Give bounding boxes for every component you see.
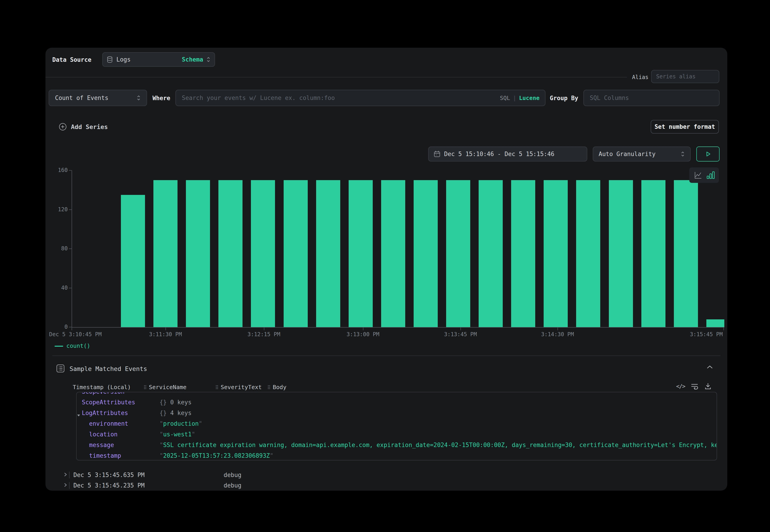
event-timestamp: Dec 5 3:15:45.235 PM [73,482,144,489]
attribute-row[interactable]: environment"production" [77,420,717,431]
time-range-value: Dec 5 15:10:46 - Dec 5 15:15:46 [444,151,554,157]
granularity-value: Auto Granularity [599,151,656,157]
calendar-icon [434,150,441,158]
x-axis-label: 3:14:30 PM [541,331,574,338]
attribute-key: LogAttributes [82,410,128,416]
event-severity: debug [224,482,241,489]
alias-inputbox [651,70,719,83]
expand-row-icon[interactable] [64,482,67,489]
chart-bar [479,180,503,327]
time-range-picker[interactable]: Dec 5 15:10:46 - Dec 5 15:15:46 [428,147,587,162]
chart-bar [381,180,405,327]
code-icon[interactable]: </> [676,383,685,390]
attribute-row[interactable]: timestamp"2025-12-05T13:57:23.082306893Z… [77,452,717,460]
chart-type-toggle [689,167,719,183]
data-source-label: Data Source [52,56,91,63]
attribute-row[interactable]: message"SSL certificate expiration warni… [77,442,717,452]
drag-handle-icon[interactable] [144,385,147,389]
group-by-input[interactable] [589,94,714,102]
attribute-value: "2025-12-05T13:57:23.082306893Z" [159,452,273,459]
attribute-value: "production" [159,420,202,427]
run-query-button[interactable] [696,147,720,162]
row-divider [69,482,70,489]
search-input[interactable] [181,94,500,102]
bar-chart-icon[interactable] [706,171,715,180]
column-header[interactable]: Body [267,384,286,390]
granularity-select[interactable]: Auto Granularity [593,147,691,162]
data-source-select[interactable]: Logs Schema [102,52,215,67]
section-divider [52,355,720,356]
attribute-key: message [89,442,114,448]
chart-bar [706,319,724,327]
attribute-value: "SSL certificate expiration warning, dom… [159,442,717,448]
y-axis-label: 120 [46,206,68,213]
add-series-button[interactable]: Add Series [59,123,108,131]
chart-bar [641,180,665,327]
event-severity: debug [224,472,241,478]
download-icon[interactable] [704,383,712,390]
y-axis-tick [69,288,72,288]
y-axis-label: 160 [46,167,68,173]
event-row[interactable]: Dec 5 3:15:45.635 PMdebug [64,470,718,480]
column-header-label: SeverityText [221,384,262,390]
collapse-icon[interactable] [706,364,714,370]
chart-bar [121,195,145,327]
attribute-key: location [89,431,117,438]
line-chart-icon[interactable] [693,171,703,180]
drag-handle-icon[interactable] [215,385,218,389]
chevron-updown-icon [206,56,210,63]
data-source-value: Logs [116,56,131,63]
x-axis-label: Dec 5 3:10:45 PM [49,331,102,338]
x-axis-tick [264,328,264,330]
event-timestamp: Dec 5 3:15:45.635 PM [73,472,144,478]
column-header[interactable]: Timestamp (Local) [73,384,131,390]
y-axis-label: 80 [46,245,68,252]
y-axis-tick [69,249,72,249]
column-header-label: Timestamp (Local) [73,384,131,390]
y-axis-tick [69,170,72,171]
drag-handle-icon[interactable] [267,385,270,389]
wrap-text-icon[interactable] [690,383,699,390]
chevron-updown-icon [681,151,685,157]
event-row[interactable]: Dec 5 3:15:45.235 PMdebug [64,480,718,491]
attribute-key: environment [89,420,128,427]
chart-bar [153,180,177,327]
alias-input[interactable] [656,73,715,80]
search-box: SQL | Lucene [175,90,546,106]
x-axis-label: 3:15:45 PM [690,331,723,338]
attribute-row[interactable]: ScopeAttributes{} 0 keys [77,399,717,410]
x-axis-tick [461,328,461,330]
column-header-label: ServiceName [149,384,187,390]
sample-matched-events-title: Sample Matched Events [70,365,147,372]
bar-chart-plot[interactable] [72,170,724,328]
column-header[interactable]: SeverityText [215,384,262,390]
expanded-triangle-icon[interactable] [77,411,80,418]
x-axis-label: 3:11:30 PM [149,331,182,338]
attribute-row[interactable]: location"us-west1" [77,431,717,442]
group-by-label: Group By [550,95,578,102]
sql-toggle[interactable]: SQL [500,95,510,101]
schema-link[interactable]: Schema [182,56,203,63]
attribute-value: "" [159,392,167,395]
list-icon [56,364,65,373]
expand-row-icon[interactable] [64,472,67,478]
column-header[interactable]: ServiceName [144,384,187,390]
plus-circle-icon [59,123,67,131]
play-icon [704,150,712,158]
x-axis-label: 3:13:45 PM [444,331,477,338]
chart-bar [511,180,535,327]
legend-series-label[interactable]: count() [66,343,90,349]
lucene-toggle[interactable]: Lucene [519,95,540,101]
chevron-updown-icon [137,94,141,101]
chart-bar [251,180,275,327]
chart-bar [609,180,633,327]
y-axis-label: 40 [46,285,68,291]
set-number-format-button[interactable]: Set number format [651,120,719,134]
attribute-value: "us-west1" [159,431,195,438]
chart-explorer-card: Data Source Logs Schema Alias Count of E… [45,48,727,491]
chart-bar [348,180,373,327]
attribute-row[interactable]: ScopeVersion"" [77,392,717,399]
attribute-value: {} 0 keys [159,399,192,406]
attribute-row[interactable]: LogAttributes{} 4 keys [77,410,717,420]
aggregation-select[interactable]: Count of Events [49,90,147,106]
